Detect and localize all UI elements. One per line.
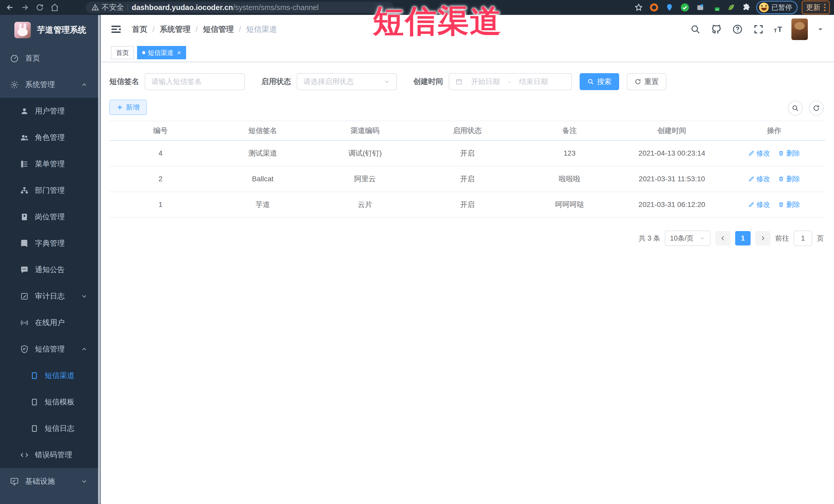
- cell-status: 开启: [416, 192, 518, 217]
- header-font-size-button[interactable]: TT: [774, 25, 782, 34]
- reset-button[interactable]: 重置: [627, 73, 666, 90]
- delete-link[interactable]: 删除: [778, 174, 800, 183]
- sidebar-item-dictionary[interactable]: 字典管理: [0, 230, 98, 257]
- sidebar-item-error-codes[interactable]: 错误码管理: [0, 442, 98, 468]
- plus-icon: [116, 104, 123, 111]
- extension-green-leaf-icon[interactable]: [725, 2, 737, 13]
- col-header-sign: 短信签名: [212, 121, 314, 140]
- sidebar-item-sms-template[interactable]: 短信模板: [0, 389, 98, 415]
- refresh-table-button[interactable]: [809, 101, 824, 115]
- user-avatar[interactable]: [791, 19, 808, 40]
- app-header: 首页 / 系统管理 / 短信管理 / 短信渠道 TT: [101, 15, 834, 44]
- extension-orange-ring-icon[interactable]: [649, 2, 660, 13]
- sidebar-scrollbar[interactable]: [98, 15, 100, 504]
- sidebar-fold-button[interactable]: [110, 23, 122, 36]
- tab-home[interactable]: 首页: [111, 46, 134, 59]
- date-range-picker[interactable]: -: [449, 73, 572, 90]
- goto-label: 前往: [775, 234, 789, 243]
- header-github-button[interactable]: [710, 23, 722, 35]
- leaf-icon: [727, 3, 736, 12]
- header-help-button[interactable]: [731, 23, 743, 35]
- sidebar-item-infrastructure[interactable]: 基础设施: [0, 468, 98, 495]
- breadcrumb: 首页 / 系统管理 / 短信管理 / 短信渠道: [132, 24, 277, 35]
- menu-list-icon: [20, 160, 29, 169]
- start-date-input[interactable]: [466, 78, 505, 86]
- bookmark-star-icon[interactable]: [633, 2, 644, 13]
- delete-link[interactable]: 删除: [778, 149, 800, 158]
- caret-down-icon: [817, 26, 824, 32]
- document-icon: [30, 398, 39, 406]
- user-menu-caret[interactable]: [817, 26, 824, 32]
- add-button[interactable]: 新增: [109, 100, 147, 115]
- extension-grid-icon[interactable]: [695, 2, 706, 13]
- audit-log-icon: [20, 292, 29, 301]
- sidebar-item-label: 短信模板: [45, 397, 74, 407]
- address-bar[interactable]: 不安全 dashboard.yudao.iocoder.cn/system/sm…: [86, 2, 394, 13]
- sign-input[interactable]: [151, 78, 238, 86]
- header-search-button[interactable]: [689, 23, 701, 35]
- sidebar-item-system[interactable]: 系统管理: [0, 71, 98, 98]
- extension-dark-on-icon[interactable]: on: [710, 2, 721, 13]
- app-logo-row[interactable]: 芋道管理系统: [0, 15, 101, 45]
- kebab-menu-icon: [824, 4, 826, 11]
- table-row: 2 Ballcat 阿里云 开启 啦啦啦 2021-03-31 11:53:10…: [109, 166, 825, 192]
- profile-paused-badge[interactable]: 已暂停: [756, 1, 797, 14]
- browser-update-button[interactable]: 更新: [802, 1, 830, 14]
- trash-icon: [778, 176, 784, 182]
- sidebar-item-audit-log[interactable]: 审计日志: [0, 283, 98, 309]
- chevron-down-icon: [81, 478, 88, 485]
- tab-close-icon[interactable]: ×: [177, 49, 181, 56]
- next-page-button[interactable]: [755, 231, 771, 245]
- tab-label: 首页: [116, 48, 129, 57]
- sidebar-item-roles[interactable]: 角色管理: [0, 124, 98, 151]
- sidebar-item-users[interactable]: 用户管理: [0, 98, 98, 124]
- edit-link[interactable]: 修改: [748, 200, 770, 209]
- sidebar-item-online-users[interactable]: 在线用户: [0, 309, 98, 336]
- cell-id: 1: [109, 192, 212, 217]
- sidebar-item-sms[interactable]: 短信管理: [0, 336, 98, 362]
- dark-badge-icon: on: [711, 3, 720, 12]
- edit-link[interactable]: 修改: [748, 149, 770, 158]
- extensions-puzzle-icon[interactable]: [741, 2, 752, 13]
- warning-triangle-icon: [91, 4, 99, 11]
- tab-sms-channel[interactable]: 短信渠道 ×: [137, 46, 186, 59]
- delete-link[interactable]: 删除: [778, 200, 800, 209]
- star-icon: [634, 3, 643, 12]
- sidebar-item-menus[interactable]: 菜单管理: [0, 151, 98, 177]
- sms-channel-table: 编号 短信签名 渠道编码 启用状态 备注 创建时间 操作 4 测试渠道 调试(钉…: [109, 121, 825, 218]
- breadcrumb-item-home[interactable]: 首页: [132, 24, 147, 35]
- page-number-button[interactable]: 1: [735, 231, 751, 245]
- chevron-up-icon: [81, 346, 88, 353]
- sidebar-item-sms-channel[interactable]: 短信渠道: [0, 362, 98, 389]
- extension-green-check-icon[interactable]: [679, 2, 690, 13]
- browser-back-button[interactable]: [4, 2, 16, 13]
- sidebar-item-label: 短信管理: [35, 344, 65, 354]
- sidebar-item-posts[interactable]: 岗位管理: [0, 204, 98, 230]
- time-label: 创建时间: [413, 76, 443, 87]
- status-select[interactable]: 请选择启用状态: [297, 73, 397, 90]
- sidebar-item-home[interactable]: 首页: [0, 45, 98, 71]
- end-date-input[interactable]: [514, 78, 553, 86]
- calendar-icon: [455, 78, 463, 85]
- page-size-select[interactable]: 10条/页: [665, 231, 710, 246]
- edit-link[interactable]: 修改: [748, 174, 770, 183]
- forward-arrow-icon: [21, 3, 29, 12]
- prev-page-button[interactable]: [715, 231, 730, 245]
- search-button[interactable]: 搜索: [579, 73, 619, 90]
- extension-blue-pin-icon[interactable]: [664, 2, 675, 13]
- browser-forward-button[interactable]: [19, 2, 31, 13]
- browser-reload-button[interactable]: [34, 2, 46, 13]
- green-check-icon: [680, 3, 690, 12]
- browser-home-button[interactable]: [49, 2, 61, 13]
- sidebar-item-notices[interactable]: 通知公告: [0, 257, 98, 283]
- toggle-search-button[interactable]: [788, 101, 803, 115]
- security-status[interactable]: 不安全: [91, 2, 124, 13]
- goto-page-input[interactable]: [797, 234, 809, 242]
- chevron-down-icon: [81, 293, 88, 300]
- edit-pencil-icon: [748, 176, 754, 182]
- sidebar-item-departments[interactable]: 部门管理: [0, 177, 98, 204]
- breadcrumb-item-sms[interactable]: 短信管理: [203, 24, 234, 35]
- header-fullscreen-button[interactable]: [753, 23, 764, 35]
- sidebar-item-sms-log[interactable]: 短信日志: [0, 415, 98, 442]
- breadcrumb-item-system[interactable]: 系统管理: [160, 24, 191, 35]
